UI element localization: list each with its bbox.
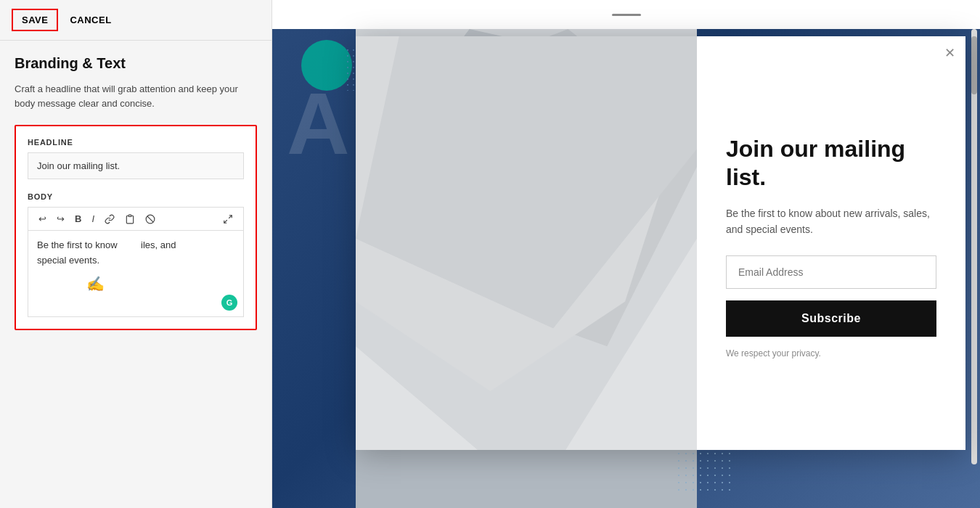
body-label: BODY <box>28 192 244 201</box>
expand-button[interactable] <box>219 211 237 227</box>
right-panel: A A better way to convert you rt popups.… <box>272 0 980 508</box>
headline-input[interactable] <box>28 152 244 179</box>
big-letter-decoration: A <box>287 80 350 167</box>
popup-headline: Join our mailing list. <box>726 135 936 191</box>
popup-left-panel <box>356 36 697 450</box>
redo-button[interactable]: ↪ <box>52 210 69 227</box>
panel-title: Branding & Text <box>15 55 257 72</box>
popup-right-panel: ✕ Join our mailing list. Be the first to… <box>697 36 965 450</box>
body-text-content: Be the first to know iles, and special e… <box>37 238 234 269</box>
save-button[interactable]: SAVE <box>12 9 58 31</box>
popup-email-input[interactable] <box>726 255 936 289</box>
popup-body-text: Be the first to know about new arrivals,… <box>726 205 936 238</box>
italic-button[interactable]: I <box>87 210 99 227</box>
undo-button[interactable]: ↩ <box>34 210 51 227</box>
grammarly-icon: G <box>221 295 237 311</box>
svg-line-4 <box>224 220 227 223</box>
link-button[interactable] <box>100 211 119 227</box>
cursor-hand-icon: ✍ <box>86 273 105 295</box>
body-toolbar: ↩ ↪ B I <box>28 207 244 230</box>
toolbar-bar: SAVE CANCEL <box>0 0 271 41</box>
bold-button[interactable]: B <box>70 210 86 227</box>
popup-modal: ✕ Join our mailing list. Be the first to… <box>356 36 965 450</box>
top-bar-line <box>612 14 641 16</box>
popup-privacy-text: We respect your privacy. <box>726 348 936 359</box>
svg-line-3 <box>229 215 232 218</box>
cancel-button[interactable]: CANCEL <box>70 15 111 25</box>
block-button[interactable] <box>141 211 160 227</box>
scrollbar-thumb[interactable] <box>971 36 977 94</box>
clipboard-button[interactable] <box>121 211 139 227</box>
scrollbar[interactable] <box>971 29 977 464</box>
popup-subscribe-button[interactable]: Subscribe <box>726 300 936 337</box>
panel-content: Branding & Text Craft a headline that wi… <box>0 41 271 508</box>
svg-rect-0 <box>128 215 131 216</box>
panel-description: Craft a headline that will grab attentio… <box>15 82 257 110</box>
form-section: HEADLINE BODY ↩ ↪ B I <box>15 125 257 330</box>
headline-label: HEADLINE <box>28 138 244 147</box>
website-background: A A better way to convert you rt popups.… <box>272 0 980 508</box>
svg-line-2 <box>147 216 153 221</box>
site-top-bar <box>272 0 980 29</box>
body-textarea[interactable]: Be the first to know iles, and special e… <box>28 230 244 317</box>
left-panel: SAVE CANCEL Branding & Text Craft a head… <box>0 0 272 508</box>
popup-close-button[interactable]: ✕ <box>944 46 955 60</box>
